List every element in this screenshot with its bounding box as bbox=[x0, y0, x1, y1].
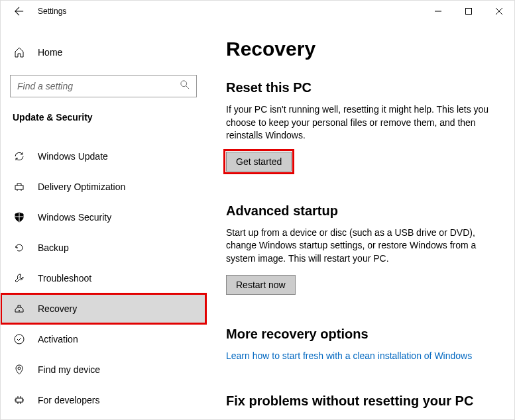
sidebar-item-label: Windows Update bbox=[38, 151, 108, 162]
content-area[interactable]: Recovery Reset this PC If your PC isn't … bbox=[206, 22, 514, 419]
fix-problems-section: Fix problems without resetting your PC bbox=[226, 394, 494, 409]
app-title: Settings bbox=[38, 7, 66, 16]
sidebar-item-activation[interactable]: Activation bbox=[1, 324, 206, 354]
sidebar-item-label: Backup bbox=[38, 242, 69, 253]
maximize-button[interactable] bbox=[453, 1, 484, 22]
page-title: Recovery bbox=[226, 38, 494, 60]
sidebar-item-windows-update[interactable]: Windows Update bbox=[1, 141, 206, 172]
minimize-button[interactable] bbox=[423, 1, 453, 22]
svg-rect-10 bbox=[16, 398, 23, 402]
svg-rect-1 bbox=[466, 9, 472, 15]
more-heading: More recovery options bbox=[226, 327, 494, 342]
home-icon bbox=[13, 47, 26, 58]
restart-now-button[interactable]: Restart now bbox=[226, 275, 296, 295]
sidebar-item-windows-security[interactable]: Windows Security bbox=[1, 202, 206, 233]
sidebar-item-for-developers[interactable]: For developers bbox=[1, 385, 206, 415]
sidebar-item-label: Troubleshoot bbox=[38, 273, 91, 284]
svg-line-5 bbox=[186, 86, 189, 89]
back-button[interactable] bbox=[10, 2, 29, 21]
home-label: Home bbox=[38, 47, 62, 58]
search-icon bbox=[180, 80, 190, 92]
sidebar-item-troubleshoot[interactable]: Troubleshoot bbox=[1, 263, 206, 293]
svg-point-7 bbox=[19, 310, 20, 311]
sidebar-item-label: Recovery bbox=[38, 303, 77, 314]
fresh-install-link[interactable]: Learn how to start fresh with a clean in… bbox=[226, 350, 472, 361]
reset-heading: Reset this PC bbox=[226, 80, 494, 95]
developer-icon bbox=[13, 395, 26, 405]
advanced-heading: Advanced startup bbox=[226, 203, 494, 219]
sidebar-item-recovery[interactable]: Recovery bbox=[1, 293, 206, 324]
backup-icon bbox=[13, 242, 26, 253]
titlebar: Settings bbox=[1, 1, 514, 22]
wrench-icon bbox=[13, 273, 26, 284]
svg-point-9 bbox=[18, 367, 21, 370]
reset-body: If your PC isn't running well, resetting… bbox=[226, 103, 494, 142]
sync-icon bbox=[13, 151, 26, 162]
fix-heading: Fix problems without resetting your PC bbox=[226, 394, 494, 409]
category-header: Update & Security bbox=[1, 112, 206, 123]
sidebar-item-label: Find my device bbox=[38, 364, 100, 375]
sidebar-item-backup[interactable]: Backup bbox=[1, 233, 206, 263]
checkmark-icon bbox=[13, 334, 26, 344]
search-input[interactable] bbox=[17, 81, 180, 91]
shield-icon bbox=[13, 212, 26, 223]
sidebar: Home Update & Security Windows Update De… bbox=[1, 22, 206, 419]
advanced-startup-section: Advanced startup Start up from a device … bbox=[226, 203, 494, 295]
maximize-icon bbox=[465, 8, 472, 15]
recovery-icon bbox=[13, 303, 26, 314]
svg-point-4 bbox=[181, 81, 187, 87]
close-icon bbox=[496, 8, 502, 15]
close-button[interactable] bbox=[484, 1, 514, 22]
sidebar-item-find-my-device[interactable]: Find my device bbox=[1, 354, 206, 385]
sidebar-item-label: For developers bbox=[38, 395, 99, 405]
sidebar-item-label: Windows Security bbox=[38, 212, 111, 223]
arrow-left-icon bbox=[15, 7, 24, 16]
reset-pc-section: Reset this PC If your PC isn't running w… bbox=[226, 80, 494, 172]
sidebar-item-label: Delivery Optimization bbox=[38, 182, 125, 192]
delivery-icon bbox=[13, 182, 26, 192]
svg-rect-6 bbox=[15, 185, 23, 189]
svg-point-8 bbox=[15, 335, 24, 344]
location-icon bbox=[13, 364, 26, 375]
get-started-button[interactable]: Get started bbox=[226, 152, 292, 172]
more-recovery-section: More recovery options Learn how to start… bbox=[226, 327, 494, 362]
sidebar-item-delivery-optimization[interactable]: Delivery Optimization bbox=[1, 172, 206, 202]
sidebar-item-label: Activation bbox=[38, 334, 78, 344]
minimize-icon bbox=[435, 8, 441, 15]
home-nav[interactable]: Home bbox=[1, 42, 206, 63]
advanced-body: Start up from a device or disc (such as … bbox=[226, 227, 494, 266]
window-controls bbox=[423, 1, 514, 22]
search-box[interactable] bbox=[10, 75, 197, 97]
